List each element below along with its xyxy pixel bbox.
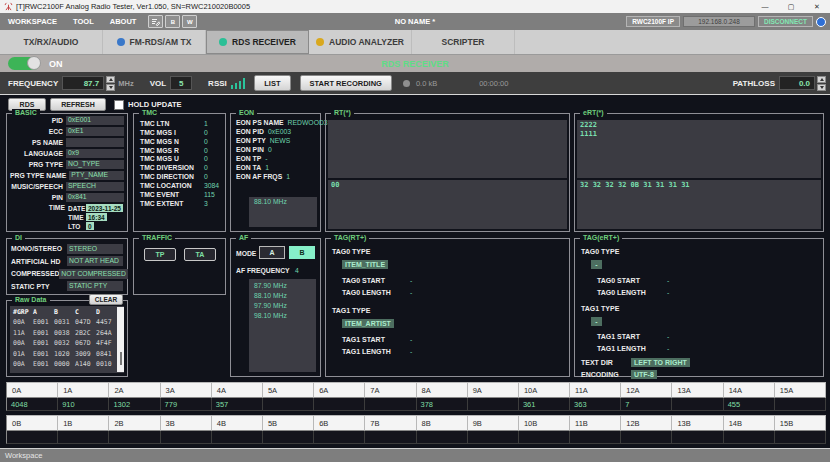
af-list-item[interactable]: 98.10 MHz	[249, 311, 316, 321]
af-list-item[interactable]: 97.90 MHz	[249, 301, 316, 311]
basic-panel-title: BASIC	[12, 109, 40, 116]
group-value-cell	[417, 431, 468, 444]
raw-col-header: A	[33, 308, 54, 316]
field-label: MONO/STEREO	[11, 245, 67, 252]
group-header-cell: 7A	[365, 382, 416, 398]
disconnect-button[interactable]: DISCONNECT	[758, 16, 813, 27]
ert-panel: eRT(*) 2222 1111 32 32 32 32 0B 31 31 31…	[574, 113, 824, 232]
field-value: STEREO	[67, 244, 123, 254]
ert-text-area[interactable]: 2222 1111	[577, 120, 821, 178]
tab-tx-rx-audio[interactable]: TX/RX/AUDIO	[0, 30, 103, 54]
tab-label: TX/RX/AUDIO	[24, 37, 79, 47]
group-value-cell	[365, 398, 416, 411]
af-list-item[interactable]: 88.10 MHz	[249, 291, 316, 301]
raw-row: 00AE0010000A1400010	[10, 359, 124, 370]
power-bar: ON RDS RECEIVER	[0, 55, 830, 72]
group-value-cell: 779	[161, 398, 212, 411]
group-header-cell: 8A	[417, 382, 468, 398]
group-header-cell: 4B	[212, 415, 263, 431]
eon-af-list[interactable]: 88.10 MHz	[249, 197, 317, 227]
group-value-cell	[519, 431, 570, 444]
af-panel: AF MODE A B AF FREQUENCY 4 87.90 MHz 88.…	[230, 238, 321, 377]
clear-button[interactable]: CLEAR	[89, 294, 123, 305]
prg-type-name-value: PTY_NAME	[69, 171, 124, 181]
pin-value: 0x841	[66, 193, 124, 203]
start-recording-button[interactable]: START RECORDING	[300, 75, 392, 91]
lto-value: 0	[86, 222, 94, 230]
vol-input[interactable]: 5	[170, 76, 192, 90]
tab-fm-rds-am-tx[interactable]: FM-RDS/AM TX	[103, 30, 206, 54]
spin-down-icon[interactable]	[817, 84, 826, 91]
raw-data-list[interactable]: #GRP A B C D 00AE0010031047D4457 11AE001…	[10, 306, 124, 373]
group-value-cell: 455	[724, 398, 775, 411]
field-value: 0	[268, 146, 272, 153]
ip-input[interactable]: 192.168.0.248	[683, 16, 755, 27]
group-value-cell	[570, 431, 621, 444]
field-label: TMC DIRECTION	[140, 173, 204, 180]
frequency-input[interactable]: 87.7	[62, 76, 104, 90]
spin-down-icon[interactable]	[106, 84, 115, 91]
radio-b-icon[interactable]: B	[165, 15, 180, 28]
af-mode-a-button[interactable]: A	[259, 246, 285, 259]
raw-scrollbar[interactable]	[117, 307, 124, 372]
field-label: TMC MGS N	[140, 138, 204, 145]
raw-scroll-handle[interactable]	[120, 352, 122, 365]
af-list-item[interactable]: 87.90 MHz	[249, 281, 316, 291]
list-button[interactable]: LIST	[254, 75, 290, 91]
radio-w-icon[interactable]: W	[182, 15, 197, 28]
group-header-cell: 14B	[724, 415, 775, 431]
script-edit-icon[interactable]	[148, 15, 163, 28]
group-value-cell	[58, 431, 109, 444]
group-value-cell	[621, 431, 672, 444]
tab-audio-analyzer[interactable]: AUDIO ANALYZER	[309, 30, 412, 54]
field-value: -	[265, 155, 267, 162]
raw-row: 01AE001102030090841	[10, 349, 124, 360]
close-button[interactable]: ✕	[804, 0, 830, 13]
field-label: PIN	[10, 194, 66, 201]
af-mode-b-button[interactable]: B	[289, 246, 315, 259]
raw-col-header: #GRP	[13, 308, 33, 316]
tag0-type-value: ITEM_TITLE	[342, 260, 388, 269]
menu-tool[interactable]: TOOL	[65, 17, 102, 26]
refresh-button[interactable]: REFRESH	[50, 98, 106, 111]
tag0-length-label: TAG0 LENGTH	[342, 289, 391, 296]
ert-hex-area[interactable]: 32 32 32 32 0B 31 31 31 31	[577, 180, 821, 229]
field-value: NOT COMPRESSED	[59, 269, 127, 279]
time-label: TIME	[10, 204, 68, 231]
frequency-stepper[interactable]	[106, 76, 115, 91]
menu-workspace[interactable]: WORKSPACE	[0, 17, 65, 26]
rt-text-area[interactable]	[328, 120, 567, 178]
rt-hex-area[interactable]: 00	[328, 180, 567, 229]
group-value-cell	[314, 431, 365, 444]
af-frequency-list[interactable]: 87.90 MHz 88.10 MHz 97.90 MHz 98.10 MHz	[249, 279, 316, 372]
tab-rds-receiver[interactable]: RDS RECEIVER	[206, 30, 309, 54]
raw-col-header: D	[96, 308, 117, 316]
rssi-label: RSSI	[208, 79, 227, 88]
tab-scripter[interactable]: SCRIPTER	[412, 30, 515, 54]
radio-w-letter: W	[187, 19, 193, 25]
text-dir-label: TEXT DIR	[581, 359, 613, 366]
minimize-button[interactable]: —	[752, 0, 778, 13]
pathloss-stepper[interactable]	[817, 76, 826, 91]
spin-up-icon[interactable]	[106, 76, 115, 83]
eon-af-item[interactable]: 88.10 MHz	[249, 197, 317, 207]
group-value-cell	[263, 398, 314, 411]
frequency-label: FREQUENCY	[8, 79, 58, 88]
group-value-cell	[468, 431, 519, 444]
maximize-button[interactable]: ▢	[778, 0, 804, 13]
ta-button[interactable]: TA	[184, 248, 216, 261]
power-toggle[interactable]	[8, 57, 40, 70]
group-value-cell: 357	[212, 398, 263, 411]
hold-update-checkbox[interactable]	[114, 100, 124, 110]
tag0-start-label: TAG0 START	[342, 277, 385, 284]
pid-value: 0xE001	[66, 116, 124, 126]
group-header-cell: 10A	[519, 382, 570, 398]
tag1-length-value: -	[667, 345, 669, 352]
tp-button[interactable]: TP	[144, 248, 176, 261]
field-label: MUSIC/SPEECH	[10, 183, 66, 190]
group-header-cell: 3B	[161, 415, 212, 431]
group-header-cell: 14A	[724, 382, 775, 398]
pathloss-input[interactable]: 0.0	[779, 76, 815, 90]
menu-about[interactable]: ABOUT	[102, 17, 145, 26]
spin-up-icon[interactable]	[817, 76, 826, 83]
